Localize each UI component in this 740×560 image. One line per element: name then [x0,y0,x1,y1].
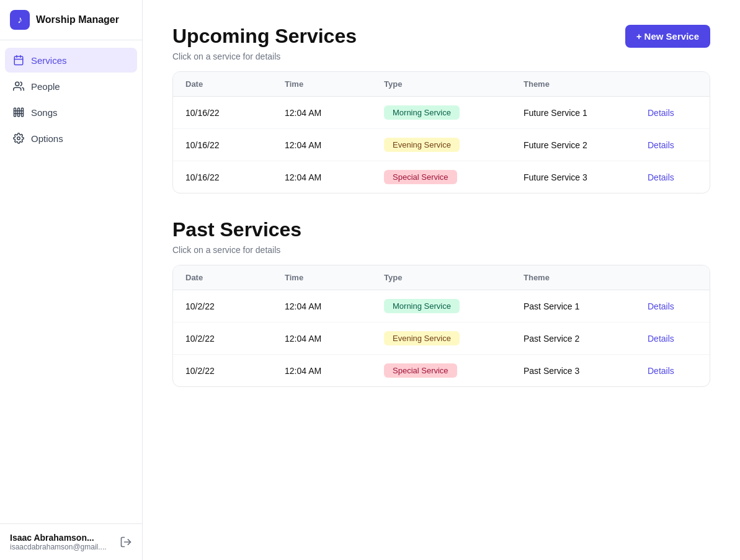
row-type: Morning Service [384,299,524,313]
details-link[interactable]: Details [648,172,697,182]
upcoming-subtitle: Click on a service for details [172,51,710,61]
table-row[interactable]: 10/2/22 12:04 AM Evening Service Past Se… [173,322,710,355]
type-badge: Evening Service [384,331,460,345]
past-table-header: Date Time Type Theme [173,265,710,290]
type-badge: Evening Service [384,138,460,152]
details-link[interactable]: Details [648,301,697,311]
table-row[interactable]: 10/16/22 12:04 AM Special Service Future… [173,161,710,193]
row-time: 12:04 AM [285,334,384,344]
row-type: Special Service [384,170,524,184]
upcoming-table-body: 10/16/22 12:04 AM Morning Service Future… [173,97,710,193]
row-date: 10/2/22 [185,366,285,376]
row-theme: Future Service 1 [524,108,648,118]
type-badge: Morning Service [384,299,460,313]
upcoming-table: Date Time Type Theme 10/16/22 12:04 AM M… [172,71,710,193]
logout-icon[interactable] [120,536,132,548]
row-time: 12:04 AM [285,172,384,182]
row-theme: Past Service 1 [524,301,648,311]
svg-rect-9 [22,108,24,117]
past-header-row: Past Services [172,218,710,241]
upcoming-col-type: Type [384,79,524,89]
new-service-button[interactable]: + New Service [625,25,710,48]
sidebar-item-songs-label: Songs [31,107,58,118]
upcoming-col-theme: Theme [524,79,648,89]
past-col-theme: Theme [524,273,648,282]
upcoming-table-header: Date Time Type Theme [173,72,710,97]
past-col-action [648,273,697,282]
type-badge: Special Service [384,363,457,378]
row-date: 10/16/22 [185,140,285,150]
music-icon [12,106,25,118]
details-link[interactable]: Details [648,334,697,344]
sidebar-item-options[interactable]: Options [5,126,137,151]
past-section: Past Services Click on a service for det… [172,218,710,387]
row-theme: Past Service 2 [524,334,648,344]
table-row[interactable]: 10/16/22 12:04 AM Evening Service Future… [173,129,710,161]
logo-icon: ♪ [10,10,30,30]
user-name: Isaac Abrahamson... [10,533,107,543]
user-email: isaacdabrahamson@gmail.... [10,543,107,551]
user-info: Isaac Abrahamson... isaacdabrahamson@gma… [10,533,107,551]
svg-rect-5 [14,108,16,117]
app-title: Worship Manager [36,14,119,25]
past-table-body: 10/2/22 12:04 AM Morning Service Past Se… [173,290,710,386]
row-type: Evening Service [384,138,524,152]
sidebar-item-services[interactable]: Services [5,48,137,73]
sidebar-item-options-label: Options [31,133,63,144]
sidebar-item-services-label: Services [31,55,67,66]
details-link[interactable]: Details [648,108,697,118]
sidebar: ♪ Worship Manager Services [0,0,143,560]
type-badge: Morning Service [384,105,460,120]
upcoming-title: Upcoming Services [172,25,357,48]
details-link[interactable]: Details [648,366,697,376]
upcoming-col-action [648,79,697,89]
row-theme: Future Service 2 [524,140,648,150]
past-col-type: Type [384,273,524,282]
table-row[interactable]: 10/2/22 12:04 AM Special Service Past Se… [173,355,710,386]
row-theme: Past Service 3 [524,366,648,376]
svg-rect-0 [14,56,23,65]
table-row[interactable]: 10/2/22 12:04 AM Morning Service Past Se… [173,290,710,322]
row-time: 12:04 AM [285,108,384,118]
calendar-icon [12,54,25,66]
upcoming-section: Upcoming Services + New Service Click on… [172,25,710,193]
row-time: 12:04 AM [285,140,384,150]
past-table: Date Time Type Theme 10/2/22 12:04 AM Mo… [172,265,710,387]
svg-rect-6 [18,108,20,117]
table-row[interactable]: 10/16/22 12:04 AM Morning Service Future… [173,97,710,129]
sidebar-item-people[interactable]: People [5,74,137,99]
upcoming-col-time: Time [285,79,384,89]
past-col-time: Time [285,273,384,282]
row-time: 12:04 AM [285,301,384,311]
svg-point-10 [17,137,20,140]
sidebar-item-songs[interactable]: Songs [5,100,137,125]
row-date: 10/2/22 [185,334,285,344]
details-link[interactable]: Details [648,140,697,150]
row-type: Special Service [384,363,524,378]
svg-point-4 [16,82,19,86]
app-logo: ♪ Worship Manager [0,0,142,40]
row-type: Evening Service [384,331,524,345]
upcoming-col-date: Date [185,79,285,89]
past-subtitle: Click on a service for details [172,245,710,255]
main-content: Upcoming Services + New Service Click on… [143,0,740,560]
row-date: 10/2/22 [185,301,285,311]
sidebar-footer: Isaac Abrahamson... isaacdabrahamson@gma… [0,523,142,560]
upcoming-header-row: Upcoming Services + New Service [172,25,710,48]
row-date: 10/16/22 [185,172,285,182]
row-date: 10/16/22 [185,108,285,118]
past-col-date: Date [185,273,285,282]
sidebar-nav: Services People [0,40,142,523]
past-title: Past Services [172,218,301,241]
row-theme: Future Service 3 [524,172,648,182]
gear-icon [12,132,25,144]
person-icon [12,80,25,92]
row-time: 12:04 AM [285,366,384,376]
type-badge: Special Service [384,170,457,184]
row-type: Morning Service [384,105,524,120]
sidebar-item-people-label: People [31,81,60,92]
